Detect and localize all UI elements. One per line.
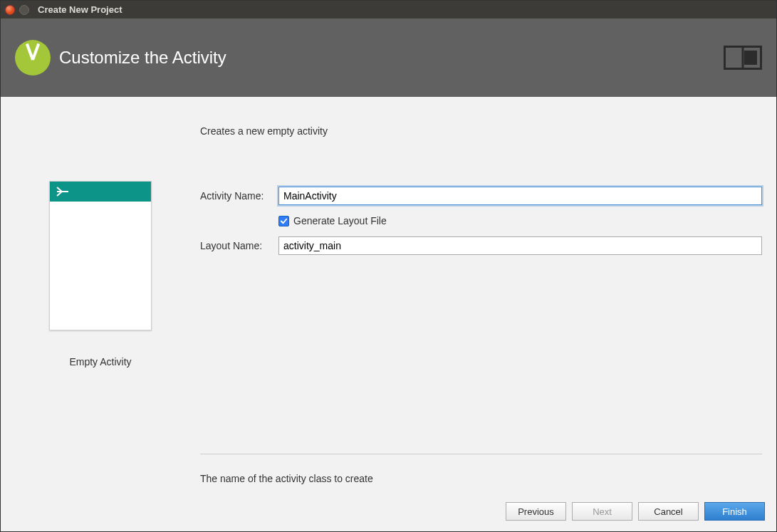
page-title: Customize the Activity bbox=[59, 48, 226, 68]
wizard-header: Customize the Activity bbox=[1, 19, 776, 97]
layout-name-input[interactable] bbox=[278, 236, 762, 255]
cancel-button[interactable]: Cancel bbox=[638, 502, 699, 521]
layout-name-label: Layout Name: bbox=[200, 240, 278, 251]
field-hint: The name of the activity class to create bbox=[200, 473, 762, 484]
android-studio-logo-icon bbox=[15, 40, 51, 75]
finish-button[interactable]: Finish bbox=[704, 502, 765, 521]
form-column: Creates a new empty activity Activity Na… bbox=[186, 125, 762, 484]
generate-layout-row: Generate Layout File bbox=[200, 215, 762, 226]
activity-preview bbox=[49, 181, 152, 330]
back-arrow-icon bbox=[57, 191, 68, 192]
preview-column: Empty Activity bbox=[15, 125, 186, 484]
preview-caption: Empty Activity bbox=[69, 356, 131, 367]
separator bbox=[200, 454, 762, 454]
form-description: Creates a new empty activity bbox=[200, 125, 762, 137]
activity-name-row: Activity Name: bbox=[200, 187, 762, 205]
close-icon[interactable] bbox=[5, 5, 15, 15]
dialog-window: Create New Project Customize the Activit… bbox=[0, 0, 777, 532]
checkmark-icon bbox=[280, 217, 288, 225]
layout-name-row: Layout Name: bbox=[200, 236, 762, 255]
wizard-footer: Previous Next Cancel Finish bbox=[1, 491, 776, 531]
window-title: Create New Project bbox=[38, 4, 122, 15]
gallery-icon[interactable] bbox=[724, 46, 762, 70]
generate-layout-label: Generate Layout File bbox=[293, 215, 387, 226]
wizard-body: Empty Activity Creates a new empty activ… bbox=[1, 97, 776, 491]
minimize-icon[interactable] bbox=[19, 5, 29, 15]
next-button: Next bbox=[572, 502, 632, 521]
generate-layout-checkbox[interactable] bbox=[278, 216, 289, 226]
titlebar[interactable]: Create New Project bbox=[1, 1, 776, 19]
preview-appbar bbox=[50, 182, 151, 202]
activity-name-label: Activity Name: bbox=[200, 190, 278, 202]
activity-name-input[interactable] bbox=[278, 187, 762, 205]
previous-button[interactable]: Previous bbox=[506, 502, 566, 521]
